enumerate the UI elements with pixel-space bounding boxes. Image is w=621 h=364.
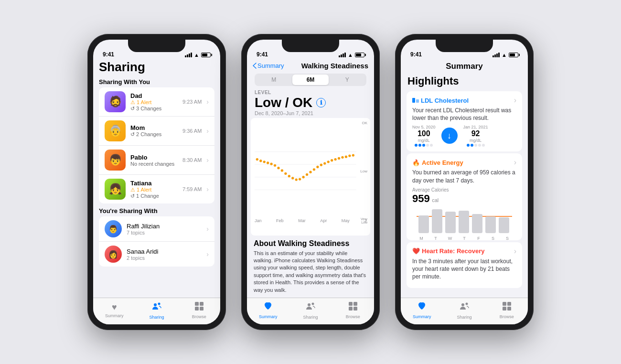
ldl-card-name: LDL Cholesterol [412, 97, 469, 104]
contact-mom[interactable]: 👵 Mom ↺ 2 Changes 9:36 AM › [99, 117, 214, 146]
tab-sharing-3[interactable]: Sharing [450, 301, 479, 320]
level-label: LEVEL [255, 90, 366, 95]
contact-pablo[interactable]: 👦 Pablo No recent changes 8:30 AM › [99, 146, 214, 175]
avatar-sanaa: 👩 [105, 246, 122, 263]
tab-sharing-icon-1 [151, 301, 162, 314]
wifi-1: ▲ [194, 52, 199, 58]
tab-summary-label-3: Summary [413, 314, 431, 319]
ldl-card[interactable]: LDL Cholesterol › Your recent LDL Choles… [407, 91, 522, 151]
sanaa-name: Sanaa Aridi [127, 248, 202, 255]
back-button[interactable]: Summary [253, 62, 284, 69]
tab-summary-3[interactable]: Summary [407, 301, 436, 319]
energy-chart-svg [412, 207, 516, 233]
svg-point-15 [274, 164, 276, 167]
contact-raffi[interactable]: 👨 Raffi Jilizian 7 topics › [99, 216, 214, 242]
phone-1-screen: 9:41 ▲ Sharing Sharing With You [93, 40, 220, 324]
tab-browse-2[interactable]: Browse [339, 301, 367, 319]
bar-w [445, 212, 456, 233]
phone2-nav: Summary Walking Steadiness [247, 60, 374, 72]
segment-6m[interactable]: 6M [292, 75, 329, 85]
svg-point-38 [308, 303, 310, 306]
pablo-time: 8:30 AM [182, 157, 202, 163]
svg-point-24 [306, 173, 308, 176]
svg-rect-42 [349, 307, 353, 310]
tatiana-time: 7:59 AM [182, 186, 202, 192]
raffi-chevron: › [206, 225, 209, 233]
about-title: About Walking Steadiness [254, 239, 367, 248]
energy-card[interactable]: 🔥 Active Energy › You burned an average … [407, 153, 522, 240]
ldl-val-1: Nov 5, 2020 100 mg/dL [412, 125, 436, 147]
svg-point-13 [267, 161, 269, 164]
svg-point-12 [263, 161, 266, 163]
svg-rect-48 [503, 302, 506, 306]
sharing-with-list: 👨 Raffi Jilizian 7 topics › 👩 Sanaa Arid… [99, 216, 214, 267]
tab-browse-3[interactable]: Browse [493, 301, 521, 319]
highlights-title: Highlights [401, 73, 528, 89]
notch-2 [282, 40, 339, 52]
signal-1 [185, 53, 192, 57]
bar-th [459, 211, 469, 233]
mom-changes: ↺ 2 Changes [130, 131, 178, 138]
phone1-content: Sharing Sharing With You 🧔 Dad ⚠ 1 Alert [93, 60, 220, 324]
tatiana-chevron: › [206, 185, 209, 193]
energy-bar-chart: M T W T F S S [412, 207, 516, 236]
tab-summary-1[interactable]: ♥ Summary [100, 302, 128, 318]
sharing-with-you-list: 🧔 Dad ⚠ 1 Alert ↺ 3 Changes 9:23 AM › [99, 87, 214, 203]
svg-point-39 [311, 303, 314, 305]
svg-rect-45 [416, 99, 419, 103]
tab-browse-icon-3 [502, 301, 512, 313]
dad-time: 9:23 AM [182, 99, 202, 105]
tab-sharing-1[interactable]: Sharing [142, 301, 171, 320]
battery-2 [355, 53, 364, 57]
wifi-2: ▲ [348, 52, 353, 58]
svg-rect-3 [200, 302, 203, 306]
segment-y[interactable]: Y [329, 75, 365, 85]
contact-sanaa[interactable]: 👩 Sanaa Aridi 2 topics › [99, 242, 214, 267]
tab-summary-label-1: Summary [105, 313, 124, 318]
svg-point-18 [284, 172, 287, 175]
segment-m[interactable]: M [256, 75, 292, 85]
info-button[interactable]: ℹ [316, 98, 326, 107]
svg-point-31 [331, 159, 333, 161]
tab-summary-2[interactable]: Summary [254, 301, 282, 319]
heartrate-card-title: ❤️ Heart Rate: Recovery › [412, 247, 516, 256]
phone-2: 9:41 ▲ Summary Walking Steadiness [241, 34, 380, 330]
svg-point-26 [313, 168, 315, 171]
contact-dad[interactable]: 🧔 Dad ⚠ 1 Alert ↺ 3 Changes 9:23 AM › [99, 87, 214, 117]
raffi-info: Raffi Jilizian 7 topics [127, 223, 202, 236]
avatar-tatiana: 👧 [105, 179, 126, 200]
avatar-raffi: 👨 [105, 220, 122, 237]
tab-browse-1[interactable]: Browse [185, 301, 214, 319]
avatar-dad: 🧔 [105, 91, 126, 112]
svg-point-19 [288, 175, 290, 177]
svg-point-37 [352, 154, 354, 156]
dad-chevron: › [206, 98, 209, 106]
bar-labels: M T W T F S S [412, 236, 516, 240]
svg-point-11 [259, 160, 262, 162]
tab-bar-1: ♥ Summary Sharing Browse [93, 298, 220, 324]
tab-sharing-icon-2 [305, 301, 316, 314]
tab-bar-3: Summary Sharing Browse [401, 298, 528, 324]
dad-name: Dad [130, 92, 178, 99]
tab-sharing-2[interactable]: Sharing [296, 301, 325, 320]
ldl-comparison: Nov 5, 2020 100 mg/dL [412, 125, 516, 147]
status-icons-1: ▲ [185, 52, 211, 58]
back-label: Summary [257, 62, 284, 69]
phone-2-screen: 9:41 ▲ Summary Walking Steadiness [247, 40, 374, 324]
status-icons-3: ▲ [493, 52, 518, 58]
heartrate-card[interactable]: ❤️ Heart Rate: Recovery › In the 3 minut… [407, 242, 522, 289]
raffi-name: Raffi Jilizian [127, 223, 202, 230]
phone1-scroll: Sharing Sharing With You 🧔 Dad ⚠ 1 Alert [93, 60, 220, 298]
heartrate-chevron: › [514, 247, 516, 256]
notch-3 [436, 40, 493, 52]
tab-summary-icon-3 [417, 301, 427, 313]
svg-rect-43 [353, 307, 357, 310]
svg-point-17 [281, 169, 283, 171]
bar-t [432, 209, 442, 233]
svg-rect-41 [353, 302, 357, 306]
svg-point-36 [348, 154, 351, 157]
contact-tatiana[interactable]: 👧 Tatiana ⚠ 1 Alert ↺ 1 Change 7:59 AM › [99, 175, 214, 203]
pablo-chevron: › [206, 156, 209, 164]
svg-point-30 [327, 161, 330, 163]
signal-2 [339, 53, 346, 57]
